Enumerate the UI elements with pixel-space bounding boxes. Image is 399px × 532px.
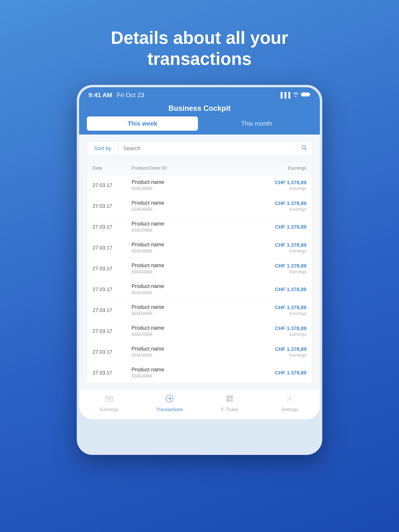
transactions-icon [165,394,174,405]
row-earnings-0: CHF 1.378,89 Earnings [260,180,306,191]
row-date-7: 27.03.17 [93,328,131,334]
row-date-3: 27.03.17 [93,245,131,251]
nav-item-transactions[interactable]: Transactions [139,394,200,412]
status-date: Fri Oct 23 [117,92,144,99]
status-time: 9:41 AM [89,92,112,99]
row-date-8: 27.03.17 [93,349,131,355]
row-date-0: 27.03.17 [93,182,131,188]
row-product-8: Product name 65MJ4966 [131,346,260,358]
app-title: Business Cockpit [79,104,320,113]
row-date-4: 27.03.17 [93,266,131,272]
content-area: Sort by Date Product/Order ID [79,134,320,389]
table-row[interactable]: 27.03.17 Product name 65MJ4966 CHF 1.378… [87,300,312,321]
row-earnings-5: CHF 1.378,89 [260,286,306,292]
row-product-3: Product name 65MJ4966 [131,242,260,254]
table-row[interactable]: 27.03.17 Product name 65MJ4966 CHF 1.378… [87,216,312,237]
table-row[interactable]: 27.03.17 Product name 65MJ4966 CHF 1.378… [87,175,312,196]
tab-bar: This week This month [79,116,320,134]
svg-rect-14 [230,399,231,400]
row-product-5: Product name 65MJ4966 [131,283,260,295]
search-row: Sort by [87,141,312,156]
phone-inner: 9:41 AM Fri Oct 23 ▐▐▐ [79,87,320,419]
tab-this-month[interactable]: This month [201,116,312,131]
svg-rect-1 [309,94,310,95]
svg-rect-13 [227,399,229,401]
phone-frame: 9:41 AM Fri Oct 23 ▐▐▐ [77,85,322,455]
row-earnings-1: CHF 1.378,89 Earnings [260,200,306,212]
status-icons: ▐▐▐ [279,92,310,98]
table-row[interactable]: 27.03.17 Product name 65MJ4966 CHF 1.378… [87,258,312,279]
tab-this-week[interactable]: This week [87,116,198,131]
table-row[interactable]: 27.03.17 Product name 65MJ4966 CHF 1.378… [87,321,312,342]
row-product-2: Product name 65MJ4966 [131,221,260,233]
row-date-2: 27.03.17 [93,224,131,230]
row-earnings-6: CHF 1.378,89 Earnings [260,304,306,316]
row-earnings-9: CHF 1.378,89 [260,370,306,376]
svg-rect-0 [301,93,309,96]
svg-rect-17 [232,400,233,402]
earnings-icon [105,394,114,405]
transactions-table: Date Product/Order ID Earnings 27.03.17 … [87,161,312,383]
svg-rect-16 [230,400,231,402]
search-input[interactable] [123,145,301,152]
nav-label-settings: Settings [281,407,298,412]
row-date-5: 27.03.17 [93,286,131,292]
row-date-9: 27.03.17 [93,370,131,376]
table-row[interactable]: 27.03.17 Product name 65MJ4966 CHF 1.378… [87,362,312,383]
status-bar: 9:41 AM Fri Oct 23 ▐▐▐ [79,87,320,102]
row-earnings-2: CHF 1.378,89 [260,224,306,230]
svg-rect-15 [232,399,233,400]
row-earnings-8: CHF 1.378,89 Earnings [260,346,306,358]
col-header-product: Product/Order ID [131,165,260,171]
row-product-7: Product name 65MJ4966 [131,325,260,337]
row-product-4: Product name 65MJ4966 [131,262,260,275]
table-row[interactable]: 27.03.17 Product name 65MJ4966 CHF 1.378… [87,196,312,216]
col-header-date: Date [93,165,131,171]
row-product-0: Product name 65MJ4966 [131,179,260,191]
signal-icon: ▐▐▐ [279,92,290,98]
nav-label-earnings: Earnings [100,407,118,412]
nav-item-settings[interactable]: Settings [260,394,320,412]
svg-point-18 [289,398,291,400]
row-earnings-4: CHF 1.378,89 Earnings [260,263,306,274]
row-date-1: 27.03.17 [93,203,131,209]
svg-rect-12 [231,396,232,398]
nav-label-eticket: E-Ticket [221,407,238,412]
row-product-6: Product name 65MJ4966 [131,304,260,316]
sort-button[interactable]: Sort by [87,141,118,156]
eticket-icon [225,394,234,405]
nav-item-eticket[interactable]: E-Ticket [200,394,260,412]
row-product-1: Product name 65MJ4966 [131,200,260,212]
page-headline: Details about all your transactions [111,27,288,69]
nav-label-transactions: Transactions [156,407,183,412]
row-product-9: Product name 65MJ4966 [131,367,260,379]
bottom-nav: Earnings Transactions [79,389,320,419]
row-earnings-7: CHF 1.378,89 Earnings [260,325,306,337]
svg-line-3 [305,149,307,150]
app-header: Business Cockpit This week This month [79,102,320,134]
table-row[interactable]: 27.03.17 Product name 65MJ4966 CHF 1.378… [87,342,312,362]
svg-rect-4 [106,396,113,401]
svg-rect-11 [227,396,229,398]
row-earnings-3: CHF 1.378,89 Earnings [260,242,306,253]
table-rows-container: 27.03.17 Product name 65MJ4966 CHF 1.378… [87,175,312,383]
headline-line2: transactions [147,49,251,69]
headline-line1: Details about all your [111,28,288,48]
battery-icon [301,92,310,98]
svg-point-5 [108,398,110,400]
search-icon [301,145,307,152]
table-row[interactable]: 27.03.17 Product name 65MJ4966 CHF 1.378… [87,237,312,258]
search-input-wrap [118,141,312,156]
settings-icon [286,394,294,405]
col-header-earnings: Earnings [260,165,306,171]
nav-item-earnings[interactable]: Earnings [79,394,139,412]
row-date-6: 27.03.17 [93,307,131,313]
table-header: Date Product/Order ID Earnings [87,161,312,175]
table-row[interactable]: 27.03.17 Product name 65MJ4966 CHF 1.378… [87,279,312,300]
wifi-icon [293,92,299,98]
